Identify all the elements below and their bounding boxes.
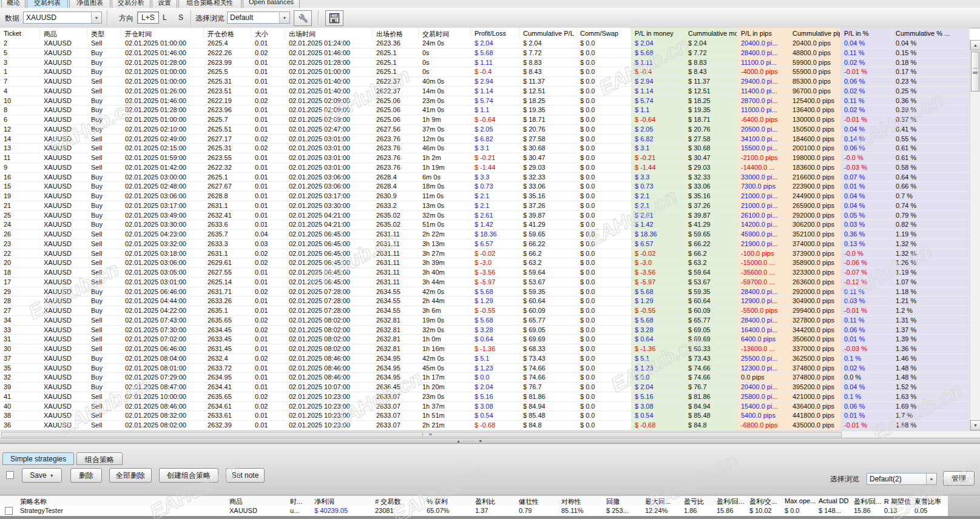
direction-ls-button[interactable]: L+S: [137, 12, 159, 24]
column-header[interactable]: Cummulative mo...: [684, 28, 737, 39]
tab-settings[interactable]: 设置: [152, 0, 177, 8]
strategy-column-header[interactable]: Max ope...: [782, 496, 816, 506]
create-portfolio-button[interactable]: 创建组合策略: [159, 468, 218, 483]
table-row[interactable]: 13XAUUSDSell02.01.2025 02:15:002625.310.…: [0, 144, 970, 153]
table-row[interactable]: 32XAUUSDBuy02.01.2025 07:29:002634.950.0…: [0, 373, 970, 383]
strategy-column-header[interactable]: 盈亏比: [681, 496, 714, 506]
strategy-column-header[interactable]: 时...: [287, 496, 311, 506]
panel-splitter[interactable]: ▲ ···· ▼: [0, 438, 980, 444]
table-row[interactable]: 28XAUUSDBuy02.01.2025 04:44:002633.260.0…: [0, 296, 970, 306]
table-row[interactable]: 23XAUUSDSell02.01.2025 03:32:002633.30.0…: [0, 239, 970, 249]
column-header[interactable]: 开仓时间: [121, 28, 204, 39]
strategy-row[interactable]: StrategyTesterXAUUSDu...$ 40239.05230816…: [0, 506, 948, 517]
table-row[interactable]: 7XAUUSDSell02.01.2025 01:00:002625.310.0…: [0, 77, 970, 87]
table-row[interactable]: 38XAUUSDSell02.01.2025 08:32:002633.610.…: [0, 411, 970, 421]
table-row[interactable]: 18XAUUSDSell02.01.2025 03:05:002627.550.…: [0, 268, 970, 278]
column-header[interactable]: Ticket: [0, 28, 40, 39]
table-row[interactable]: 10XAUUSDBuy02.01.2025 01:46:002622.190.0…: [0, 96, 970, 106]
column-header[interactable]: Cummulative % ...: [892, 28, 970, 39]
strategy-column-header[interactable]: 净利润: [311, 496, 372, 506]
vertical-scrollbar-thumb[interactable]: [971, 52, 979, 92]
table-row[interactable]: 8XAUUSDBuy02.01.2025 01:28:002623.960.01…: [0, 105, 970, 115]
table-row[interactable]: 35XAUUSDBuy02.01.2025 08:01:002633.720.0…: [0, 364, 970, 373]
save-button[interactable]: Save ▼: [22, 468, 62, 483]
strategy-column-header[interactable]: 盈利比: [472, 496, 516, 506]
tab-portfolio-strategies[interactable]: 组合策略: [76, 452, 123, 465]
column-header[interactable]: 出场价格: [373, 28, 419, 39]
strategy-column-header[interactable]: 盈利/交...: [746, 496, 782, 506]
table-row[interactable]: 39XAUUSDBuy02.01.2025 08:47:002634.410.0…: [0, 383, 970, 392]
table-row[interactable]: 1XAUUSDBuy02.01.2025 01:00:002625.50.010…: [0, 67, 970, 77]
settings-wrench-button[interactable]: [294, 10, 312, 26]
table-row[interactable]: 11XAUUSDSell02.01.2025 01:59:002623.550.…: [0, 153, 970, 163]
table-row[interactable]: 41XAUUSDSell02.01.2025 10:00:002635.650.…: [0, 392, 970, 402]
column-header[interactable]: 类型: [87, 28, 121, 39]
tab-portfolio-correlation[interactable]: 组合策略相关性: [178, 0, 242, 8]
strategy-column-header[interactable]: % 获利: [424, 496, 472, 506]
strategy-column-header[interactable]: 盈利/回...: [851, 496, 881, 506]
table-row[interactable]: 30XAUUSDSell02.01.2025 06:46:002631.450.…: [0, 344, 970, 354]
tab-trade-analysis[interactable]: 交易分析: [112, 0, 150, 8]
table-row[interactable]: 6XAUUSDBuy02.01.2025 01:00:002625.70.010…: [0, 115, 970, 125]
table-row[interactable]: 27XAUUSDBuy02.01.2025 04:22:002635.10.01…: [0, 306, 970, 316]
table-row[interactable]: 31XAUUSDSell02.01.2025 07:02:002633.450.…: [0, 335, 970, 344]
column-header[interactable]: Cummulative pip...: [789, 28, 840, 39]
view-select[interactable]: Default ▼: [227, 12, 290, 24]
direction-l-button[interactable]: L: [159, 12, 171, 24]
column-header[interactable]: Comm/Swap: [576, 28, 631, 39]
strategy-column-header[interactable]: R 期望值: [881, 496, 911, 506]
strategy-checkbox[interactable]: [5, 507, 13, 515]
column-header[interactable]: 商品: [40, 28, 87, 39]
scroll-up-icon[interactable]: ▲: [970, 40, 980, 50]
tab-open-balances[interactable]: Open balances: [243, 0, 300, 8]
table-row[interactable]: 33XAUUSDSell02.01.2025 07:30:002634.450.…: [0, 326, 970, 335]
horizontal-scrollbar[interactable]: [0, 430, 980, 438]
select-all-checkbox[interactable]: [6, 471, 14, 479]
delete-all-button[interactable]: 全部删除: [109, 468, 152, 483]
strategy-column-header[interactable]: 健壮性: [516, 496, 558, 506]
table-row[interactable]: 14XAUUSDSell02.01.2025 02:49:002627.170.…: [0, 135, 970, 144]
splitter-collapse-control[interactable]: ▲ ···· ▼: [456, 438, 482, 444]
table-row[interactable]: 15XAUUSDBuy02.01.2025 02:48:002627.670.0…: [0, 182, 970, 192]
column-header[interactable]: 开仓价格: [204, 28, 251, 39]
strategy-column-header[interactable]: Actual DD: [816, 496, 851, 506]
strategy-column-header[interactable]: 商品: [226, 496, 287, 506]
column-header[interactable]: Cummulative P/L: [519, 28, 576, 39]
tab-overview[interactable]: 概论: [1, 0, 25, 8]
bottom-view-select[interactable]: Default(2) ▼: [867, 473, 937, 485]
table-row[interactable]: 3XAUUSDBuy02.01.2025 01:28:002623.990.01…: [0, 58, 970, 68]
vertical-scrollbar[interactable]: ▲ ▼: [970, 40, 980, 430]
table-row[interactable]: 21XAUUSDBuy02.01.2025 03:17:002631.10.01…: [0, 201, 970, 211]
table-row[interactable]: 37XAUUSDBuy02.01.2025 08:04:002632.40.02…: [0, 354, 970, 364]
table-row[interactable]: 24XAUUSDBuy02.01.2025 03:30:002633.60.01…: [0, 220, 970, 230]
column-header[interactable]: P/L in pips: [737, 28, 789, 39]
table-row[interactable]: 36XAUUSDSell02.01.2025 08:02:002632.390.…: [0, 421, 970, 430]
table-row[interactable]: 34XAUUSDSell02.01.2025 07:43:002635.650.…: [0, 316, 970, 326]
table-row[interactable]: 19XAUUSDBuy02.01.2025 03:06:002628.80.01…: [0, 192, 970, 201]
column-header[interactable]: P/L in money: [631, 28, 684, 39]
table-row[interactable]: 29XAUUSDBuy02.01.2025 06:46:002631.710.0…: [0, 287, 970, 297]
tab-simple-strategies[interactable]: Simple strategies: [2, 452, 74, 465]
table-row[interactable]: 16XAUUSDBuy02.01.2025 03:00:002625.10.01…: [0, 173, 970, 182]
table-row[interactable]: 20XAUUSDSell02.01.2025 03:06:002629.610.…: [0, 258, 970, 268]
table-row[interactable]: 40XAUUSDSell02.01.2025 08:46:002634.610.…: [0, 402, 970, 412]
symbol-select[interactable]: XAUUSD ▼: [23, 12, 102, 24]
table-row[interactable]: 9XAUUSDSell02.01.2025 01:42:002622.320.0…: [0, 163, 970, 173]
column-header[interactable]: Profit/Loss: [471, 28, 519, 39]
table-row[interactable]: 17XAUUSDSell02.01.2025 03:01:002625.140.…: [0, 278, 970, 287]
strategy-column-header[interactable]: 夏普比率: [911, 496, 948, 506]
table-row[interactable]: 22XAUUSDSell02.01.2025 03:18:002631.10.0…: [0, 249, 970, 259]
table-row[interactable]: 25XAUUSDBuy02.01.2025 03:49:002632.410.0…: [0, 211, 970, 221]
table-row[interactable]: 26XAUUSDSell02.01.2025 04:23:002635.70.0…: [0, 230, 970, 239]
horizontal-scrollbar-thumb[interactable]: [1, 432, 842, 437]
set-note-button[interactable]: Set note: [226, 468, 265, 483]
table-row[interactable]: 5XAUUSDBuy02.01.2025 01:46:002622.260.02…: [0, 49, 970, 58]
tab-trade-list[interactable]: 交易列表: [27, 0, 68, 8]
table-row[interactable]: 2XAUUSDSell02.01.2025 01:00:002625.40.01…: [0, 39, 970, 49]
table-row[interactable]: 12XAUUSDBuy02.01.2025 02:10:002625.510.0…: [0, 125, 970, 135]
column-header[interactable]: 大小: [251, 28, 285, 39]
manage-button[interactable]: 管理: [943, 471, 975, 486]
strategy-column-header[interactable]: 盈利/回...: [714, 496, 746, 506]
delete-button[interactable]: 删除: [70, 468, 102, 483]
strategy-column-header[interactable]: 对称性: [558, 496, 603, 506]
